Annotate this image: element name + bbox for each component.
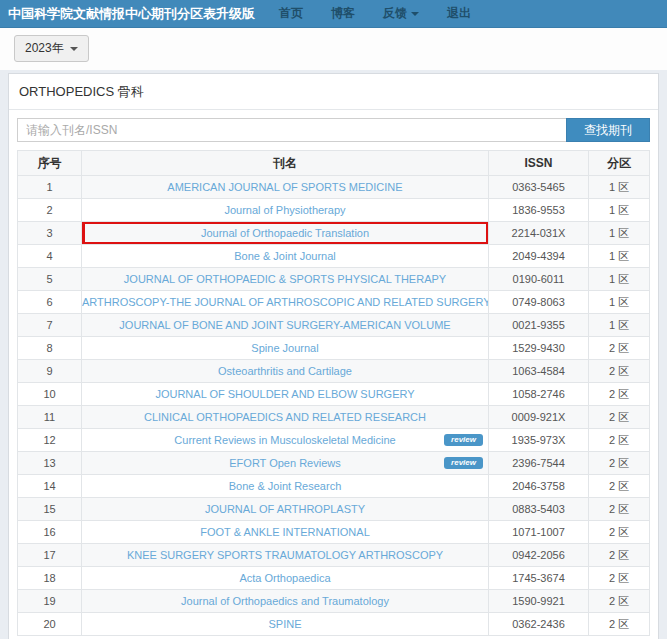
journal-name-cell: Spine Journal <box>82 337 489 360</box>
issn-value: 2046-3758 <box>489 475 589 498</box>
journal-link[interactable]: JOURNAL OF SHOULDER AND ELBOW SURGERY <box>155 388 414 400</box>
journal-link[interactable]: KNEE SURGERY SPORTS TRAUMATOLOGY ARTHROS… <box>127 549 443 561</box>
row-index: 13 <box>18 452 82 475</box>
table-row: 18 Acta Orthopaedica 1745-3674 2 区 <box>18 567 650 590</box>
review-badge: review <box>444 457 483 469</box>
year-toolbar: 2023年 <box>0 28 667 70</box>
row-index: 18 <box>18 567 82 590</box>
journal-name-cell: Journal of Orthopaedics and Traumatology <box>82 590 489 613</box>
zone-value: 2 区 <box>589 613 650 636</box>
journal-name-cell: JOURNAL OF BONE AND JOINT SURGERY-AMERIC… <box>82 314 489 337</box>
journal-name-cell: SPINE <box>82 613 489 636</box>
table-row: 20 SPINE 0362-2436 2 区 <box>18 613 650 636</box>
row-index: 1 <box>18 176 82 199</box>
zone-value: 2 区 <box>589 521 650 544</box>
zone-value: 2 区 <box>589 544 650 567</box>
journal-name-cell: KNEE SURGERY SPORTS TRAUMATOLOGY ARTHROS… <box>82 544 489 567</box>
zone-value: 2 区 <box>589 406 650 429</box>
table-row: 11 CLINICAL ORTHOPAEDICS AND RELATED RES… <box>18 406 650 429</box>
issn-value: 1836-9553 <box>489 199 589 222</box>
issn-value: 1745-3674 <box>489 567 589 590</box>
journal-link[interactable]: Journal of Physiotherapy <box>224 204 345 216</box>
journal-name-cell: Current Reviews in Musculoskeletal Medic… <box>82 429 489 452</box>
zone-value: 2 区 <box>589 360 650 383</box>
issn-value: 1058-2746 <box>489 383 589 406</box>
category-panel: ORTHOPEDICS 骨科 查找期刊 序号 刊名 ISSN 分区 1 AMER… <box>8 73 659 639</box>
zone-value: 1 区 <box>589 291 650 314</box>
row-index: 17 <box>18 544 82 567</box>
journal-name-cell: AMERICAN JOURNAL OF SPORTS MEDICINE <box>82 176 489 199</box>
header-zone: 分区 <box>589 151 650 176</box>
caret-down-icon <box>70 47 78 51</box>
journal-link[interactable]: Current Reviews in Musculoskeletal Medic… <box>174 434 395 446</box>
search-input[interactable] <box>17 118 566 142</box>
journal-link[interactable]: Bone & Joint Journal <box>234 250 336 262</box>
year-dropdown-label: 2023年 <box>25 40 64 57</box>
nav-link[interactable]: 博客 <box>317 5 369 22</box>
journal-link[interactable]: Journal of Orthopaedic Translation <box>201 227 369 239</box>
nav-link[interactable]: 反馈 <box>369 5 433 22</box>
journal-name-cell: JOURNAL OF SHOULDER AND ELBOW SURGERY <box>82 383 489 406</box>
journal-link[interactable]: ARTHROSCOPY-THE JOURNAL OF ARTHROSCOPIC … <box>82 296 489 308</box>
table-row: 14 Bone & Joint Research 2046-3758 2 区 <box>18 475 650 498</box>
issn-value: 0363-5465 <box>489 176 589 199</box>
table-row: 16 FOOT & ANKLE INTERNATIONAL 1071-1007 … <box>18 521 650 544</box>
row-index: 14 <box>18 475 82 498</box>
nav-link[interactable]: 首页 <box>265 5 317 22</box>
journal-link[interactable]: JOURNAL OF BONE AND JOINT SURGERY-AMERIC… <box>119 319 450 331</box>
row-index: 6 <box>18 291 82 314</box>
table-row: 13 EFORT Open Reviews review 2396-7544 2… <box>18 452 650 475</box>
journal-name-cell: ARTHROSCOPY-THE JOURNAL OF ARTHROSCOPIC … <box>82 291 489 314</box>
journal-link[interactable]: AMERICAN JOURNAL OF SPORTS MEDICINE <box>167 181 402 193</box>
zone-value: 1 区 <box>589 268 650 291</box>
journal-link[interactable]: CLINICAL ORTHOPAEDICS AND RELATED RESEAR… <box>144 411 426 423</box>
page-title: ORTHOPEDICS 骨科 <box>9 74 658 110</box>
header-issn: ISSN <box>489 151 589 176</box>
issn-value: 0942-2056 <box>489 544 589 567</box>
search-journal-button[interactable]: 查找期刊 <box>566 118 650 142</box>
row-index: 8 <box>18 337 82 360</box>
journal-link[interactable]: JOURNAL OF ARTHROPLASTY <box>205 503 365 515</box>
journal-link[interactable]: SPINE <box>268 618 301 630</box>
row-index: 15 <box>18 498 82 521</box>
row-index: 19 <box>18 590 82 613</box>
journal-name-cell: Acta Orthopaedica <box>82 567 489 590</box>
search-bar: 查找期刊 <box>17 118 650 142</box>
issn-value: 2396-7544 <box>489 452 589 475</box>
review-badge: review <box>444 434 483 446</box>
journal-name-cell: Osteoarthritis and Cartilage <box>82 360 489 383</box>
journal-link[interactable]: Spine Journal <box>251 342 318 354</box>
journal-link[interactable]: Osteoarthritis and Cartilage <box>218 365 352 377</box>
header-index: 序号 <box>18 151 82 176</box>
zone-value: 1 区 <box>589 199 650 222</box>
journal-link[interactable]: EFORT Open Reviews <box>229 457 340 469</box>
journal-link[interactable]: JOURNAL OF ORTHOPAEDIC & SPORTS PHYSICAL… <box>124 273 446 285</box>
zone-value: 2 区 <box>589 429 650 452</box>
issn-value: 2214-031X <box>489 222 589 245</box>
issn-value: 0190-6011 <box>489 268 589 291</box>
nav-link[interactable]: 退出 <box>433 5 485 22</box>
table-row: 8 Spine Journal 1529-9430 2 区 <box>18 337 650 360</box>
year-dropdown-button[interactable]: 2023年 <box>14 35 89 62</box>
journal-name-cell: EFORT Open Reviews review <box>82 452 489 475</box>
zone-value: 2 区 <box>589 452 650 475</box>
journal-link[interactable]: FOOT & ANKLE INTERNATIONAL <box>200 526 370 538</box>
journal-table: 序号 刊名 ISSN 分区 1 AMERICAN JOURNAL OF SPOR… <box>17 150 650 636</box>
journal-name-cell: FOOT & ANKLE INTERNATIONAL <box>82 521 489 544</box>
journal-link[interactable]: Journal of Orthopaedics and Traumatology <box>181 595 389 607</box>
table-row: 10 JOURNAL OF SHOULDER AND ELBOW SURGERY… <box>18 383 650 406</box>
issn-value: 0009-921X <box>489 406 589 429</box>
row-index: 4 <box>18 245 82 268</box>
app-title: 中国科学院文献情报中心期刊分区表升级版 <box>8 5 255 23</box>
table-row: 2 Journal of Physiotherapy 1836-9553 1 区 <box>18 199 650 222</box>
zone-value: 1 区 <box>589 245 650 268</box>
journal-name-cell: Bone & Joint Journal <box>82 245 489 268</box>
table-row: 17 KNEE SURGERY SPORTS TRAUMATOLOGY ARTH… <box>18 544 650 567</box>
zone-value: 1 区 <box>589 314 650 337</box>
row-index: 9 <box>18 360 82 383</box>
journal-link[interactable]: Bone & Joint Research <box>229 480 342 492</box>
zone-value: 1 区 <box>589 176 650 199</box>
journal-name-cell: JOURNAL OF ORTHOPAEDIC & SPORTS PHYSICAL… <box>82 268 489 291</box>
journal-link[interactable]: Acta Orthopaedica <box>239 572 330 584</box>
table-row: 6 ARTHROSCOPY-THE JOURNAL OF ARTHROSCOPI… <box>18 291 650 314</box>
